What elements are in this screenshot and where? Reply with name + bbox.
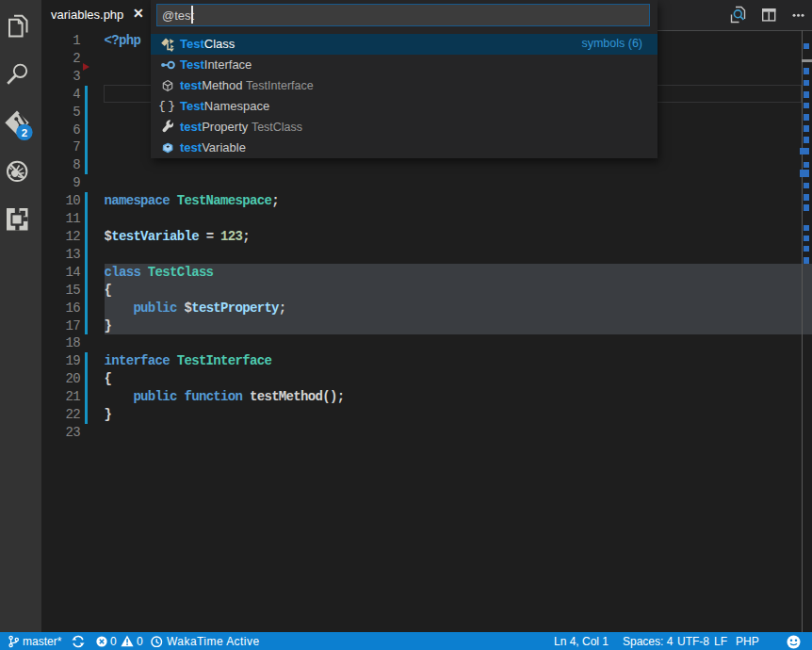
svg-text:2: 2: [22, 127, 27, 138]
